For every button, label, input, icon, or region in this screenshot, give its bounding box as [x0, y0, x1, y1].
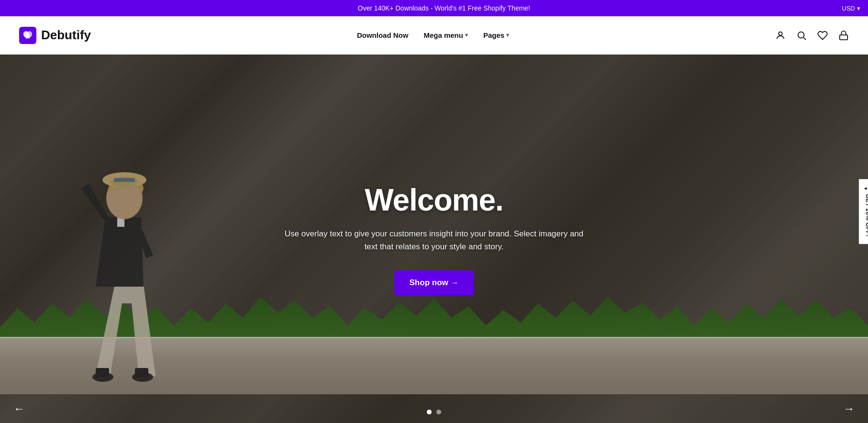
hero-subtitle: Use overlay text to give your customers … — [267, 227, 601, 253]
carousel-dots — [427, 410, 441, 414]
hero-content: Welcome. Use overlay text to give your c… — [267, 182, 601, 295]
logo-text: Debutify — [41, 28, 91, 43]
main-nav: Download Now Mega menu ▾ Pages ▾ — [357, 31, 509, 39]
nav-download[interactable]: Download Now — [357, 31, 409, 39]
carousel-dot-2[interactable] — [436, 410, 441, 414]
nav-pages[interactable]: Pages ▾ — [483, 31, 509, 39]
discount-tab-arrows: ▲ ▼ — [863, 186, 868, 191]
carousel-next-button[interactable]: → — [837, 399, 860, 418]
wishlist-icon[interactable] — [817, 30, 828, 41]
carousel-dot-1[interactable] — [427, 410, 432, 414]
hero-section: Welcome. Use overlay text to give your c… — [0, 55, 868, 423]
header: Debutify Download Now Mega menu ▾ Pages … — [0, 16, 868, 55]
currency-label: USD — [842, 5, 855, 12]
butterfly-icon — [22, 30, 33, 41]
svg-line-7 — [803, 37, 806, 40]
mega-menu-chevron-icon: ▾ — [465, 32, 468, 38]
logo-icon — [19, 27, 36, 44]
currency-selector[interactable]: USD ▾ — [842, 5, 860, 12]
currency-chevron-icon: ▾ — [857, 5, 860, 12]
nav-mega-menu[interactable]: Mega menu ▾ — [423, 31, 468, 39]
discount-tab-label: GET 20% OFF! — [865, 194, 868, 237]
svg-point-6 — [798, 32, 804, 38]
announcement-text: Over 140K+ Downloads - World's #1 Free S… — [46, 4, 842, 12]
header-icons — [775, 30, 849, 41]
account-icon[interactable] — [775, 30, 786, 41]
shop-now-button[interactable]: Shop now → — [394, 270, 474, 295]
cart-icon[interactable] — [838, 30, 849, 41]
logo[interactable]: Debutify — [19, 27, 91, 44]
search-icon[interactable] — [796, 30, 807, 41]
svg-point-5 — [779, 32, 782, 35]
svg-rect-8 — [840, 35, 848, 40]
pages-chevron-icon: ▾ — [506, 32, 509, 38]
carousel-prev-button[interactable]: ← — [8, 399, 31, 418]
discount-tab[interactable]: ▲ ▼ GET 20% OFF! — [859, 179, 868, 244]
announcement-bar: Over 140K+ Downloads - World's #1 Free S… — [0, 0, 868, 16]
hero-title: Welcome. — [267, 182, 601, 218]
